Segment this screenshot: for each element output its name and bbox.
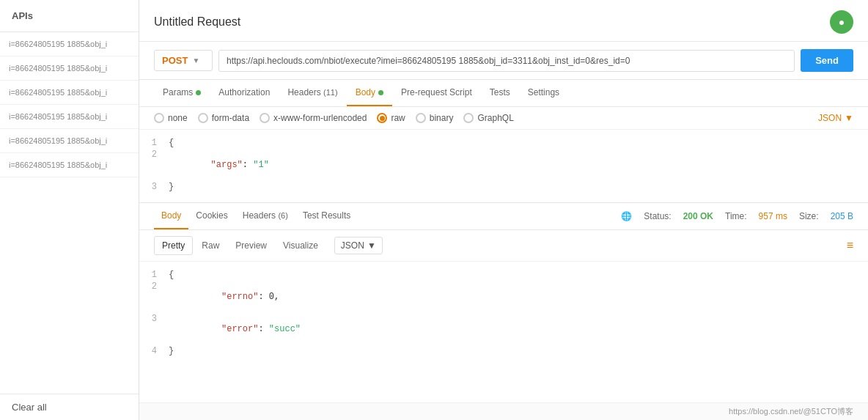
json-key: "error" bbox=[221, 324, 258, 334]
radio-circle-none bbox=[154, 113, 164, 123]
list-item[interactable]: i=86624805195 1885&obj_i bbox=[0, 153, 139, 177]
sidebar-header: APIs bbox=[0, 0, 139, 32]
resp-opt-pretty[interactable]: Pretty bbox=[154, 236, 193, 255]
tab-settings[interactable]: Settings bbox=[519, 80, 568, 106]
radio-binary[interactable]: binary bbox=[416, 113, 454, 123]
url-bar: POST ▼ Send bbox=[139, 42, 868, 80]
radio-raw[interactable]: raw bbox=[377, 113, 405, 123]
colon: : bbox=[258, 292, 268, 302]
size-label: Size: bbox=[799, 211, 819, 221]
json-value: "succ" bbox=[269, 324, 301, 334]
method-value: POST bbox=[162, 55, 188, 66]
response-body-options: Pretty Raw Preview Visualize JSON ▼ ≡ bbox=[139, 230, 868, 262]
radio-urlencoded[interactable]: x-www-form-urlencoded bbox=[260, 113, 367, 123]
radio-graphql[interactable]: GraphQL bbox=[463, 113, 513, 123]
chevron-down-icon: ▼ bbox=[192, 56, 199, 65]
sidebar: APIs i=86624805195 1885&obj_i i=86624805… bbox=[0, 0, 139, 420]
tab-headers[interactable]: Headers (11) bbox=[279, 80, 346, 106]
body-dot bbox=[378, 90, 383, 95]
response-section: Body Cookies Headers (6) Test Results 🌐 … bbox=[139, 203, 868, 420]
line-content: "error": "succ" bbox=[169, 314, 301, 345]
radio-form-data[interactable]: form-data bbox=[198, 113, 249, 123]
footer: https://blog.csdn.net/@51CTO博客 bbox=[139, 402, 868, 420]
resp-code-line-3: 3 "error": "succ" bbox=[139, 313, 868, 345]
radio-raw-label: raw bbox=[391, 113, 405, 123]
list-item[interactable]: i=86624805195 1885&obj_i bbox=[0, 129, 139, 153]
code-line-2: 2 "args": "1" bbox=[139, 149, 868, 181]
radio-none-label: none bbox=[168, 113, 188, 123]
json-key: "args" bbox=[211, 160, 243, 170]
list-item[interactable]: i=86624805195 1885&obj_i bbox=[0, 105, 139, 129]
resp-tab-headers[interactable]: Headers (6) bbox=[235, 203, 295, 229]
send-button[interactable]: Send bbox=[801, 49, 853, 72]
status-time: 957 ms bbox=[759, 211, 787, 221]
line-number: 1 bbox=[139, 270, 169, 280]
params-dot bbox=[196, 90, 201, 95]
footer-link[interactable]: https://blog.csdn.net/@51CTO博客 bbox=[729, 407, 853, 416]
line-number: 3 bbox=[139, 182, 169, 192]
globe-icon[interactable]: 🌐 bbox=[621, 211, 632, 221]
tab-authorization[interactable]: Authorization bbox=[210, 80, 279, 106]
line-content: { bbox=[169, 270, 174, 280]
resp-code-line-1: 1 { bbox=[139, 269, 868, 281]
resp-tab-body[interactable]: Body bbox=[154, 203, 188, 229]
json-value: "1" bbox=[253, 160, 269, 170]
list-item[interactable]: i=86624805195 1885&obj_i bbox=[0, 32, 139, 56]
line-content: "errno": 0, bbox=[169, 281, 279, 312]
radio-circle-binary bbox=[416, 113, 426, 123]
request-code-editor[interactable]: 1 { 2 "args": "1" 3 } bbox=[139, 130, 868, 203]
line-number: 2 bbox=[139, 281, 169, 292]
radio-circle-form-data bbox=[198, 113, 208, 123]
resp-code-line-4: 4 } bbox=[139, 345, 868, 357]
json-type-dropdown[interactable]: JSON ▼ bbox=[818, 113, 853, 123]
tab-tests[interactable]: Tests bbox=[481, 80, 519, 106]
main-panel: Untitled Request ● POST ▼ Send Params Au… bbox=[139, 0, 868, 420]
tab-body[interactable]: Body bbox=[347, 80, 392, 106]
colon: : bbox=[258, 324, 268, 334]
radio-form-data-label: form-data bbox=[212, 113, 249, 123]
clear-all-button[interactable]: Clear all bbox=[0, 394, 139, 420]
radio-none[interactable]: none bbox=[154, 113, 188, 123]
json-type-label: JSON bbox=[818, 113, 842, 123]
resp-opt-raw[interactable]: Raw bbox=[194, 237, 227, 254]
radio-urlencoded-label: x-www-form-urlencoded bbox=[273, 113, 367, 123]
page-title: Untitled Request bbox=[154, 15, 240, 29]
title-bar: Untitled Request ● bbox=[139, 0, 868, 42]
tab-params[interactable]: Params bbox=[154, 80, 210, 106]
list-item[interactable]: i=86624805195 1885&obj_i bbox=[0, 56, 139, 81]
method-dropdown[interactable]: POST ▼ bbox=[154, 50, 213, 71]
wrap-icon[interactable]: ≡ bbox=[847, 239, 853, 252]
code-line-1: 1 { bbox=[139, 137, 868, 149]
json-key: "errno" bbox=[221, 292, 258, 302]
avatar[interactable]: ● bbox=[830, 10, 853, 34]
radio-binary-label: binary bbox=[430, 113, 454, 123]
resp-headers-badge: (6) bbox=[278, 211, 287, 220]
response-code-viewer: 1 { 2 "errno": 0, 3 "error": "succ" 4 } bbox=[139, 262, 868, 402]
chevron-down-icon: ▼ bbox=[845, 113, 853, 123]
resp-tab-test-results[interactable]: Test Results bbox=[295, 203, 358, 229]
status-label: Status: bbox=[644, 211, 671, 221]
radio-circle-graphql bbox=[463, 113, 474, 123]
body-options: none form-data x-www-form-urlencoded raw… bbox=[139, 107, 868, 130]
resp-opt-preview[interactable]: Preview bbox=[228, 237, 274, 254]
response-tabs-bar: Body Cookies Headers (6) Test Results 🌐 … bbox=[139, 203, 868, 230]
chevron-down-icon: ▼ bbox=[367, 240, 376, 251]
url-input[interactable] bbox=[218, 50, 795, 72]
list-item[interactable]: i=86624805195 1885&obj_i bbox=[0, 81, 139, 105]
code-line-3: 3 } bbox=[139, 181, 868, 193]
response-status: 🌐 Status: 200 OK Time: 957 ms Size: 205 … bbox=[621, 211, 853, 221]
resp-json-label: JSON bbox=[341, 240, 364, 251]
line-number: 3 bbox=[139, 314, 169, 324]
line-number: 2 bbox=[139, 150, 169, 160]
resp-json-dropdown[interactable]: JSON ▼ bbox=[334, 237, 383, 254]
line-content: } bbox=[169, 346, 174, 356]
resp-tab-cookies[interactable]: Cookies bbox=[188, 203, 235, 229]
resp-opt-visualize[interactable]: Visualize bbox=[276, 237, 326, 254]
tab-pre-request[interactable]: Pre-request Script bbox=[392, 80, 481, 106]
radio-circle-urlencoded bbox=[260, 113, 270, 123]
sidebar-list: i=86624805195 1885&obj_i i=86624805195 1… bbox=[0, 32, 139, 394]
line-content: { bbox=[169, 138, 174, 148]
line-content: } bbox=[169, 182, 174, 192]
headers-badge: (11) bbox=[323, 88, 338, 97]
resp-code-line-2: 2 "errno": 0, bbox=[139, 281, 868, 313]
